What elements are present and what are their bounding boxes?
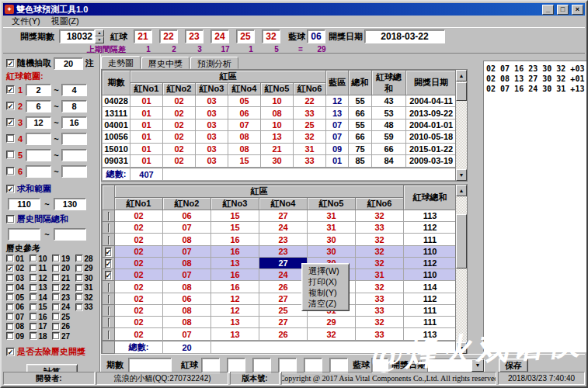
entry-issue-input[interactable]: [128, 358, 172, 372]
red-number-cell[interactable]: 02: [115, 245, 163, 257]
red-number-cell[interactable]: 02: [115, 210, 163, 222]
row-checkbox[interactable]: [108, 307, 110, 316]
red-number-cell[interactable]: 08: [163, 317, 211, 328]
close-button[interactable]: ×: [572, 5, 583, 15]
history-23-checkbox[interactable]: [52, 293, 60, 301]
bottom-table-scrollbar[interactable]: ▲ ▼: [455, 185, 467, 354]
range-6-from-input[interactable]: [26, 165, 51, 178]
history-05-checkbox[interactable]: [6, 293, 14, 301]
history-19-checkbox[interactable]: [52, 255, 60, 262]
red-number-cell[interactable]: 02: [115, 222, 163, 234]
sum-to-input[interactable]: [54, 198, 86, 210]
red-number-cell[interactable]: 07: [163, 245, 211, 257]
red-number-cell[interactable]: 30: [308, 234, 356, 245]
row-checkbox[interactable]: ✓: [105, 248, 113, 257]
history-31-checkbox[interactable]: [75, 284, 83, 292]
scroll-thumb[interactable]: [456, 214, 467, 268]
row-select-cell[interactable]: [103, 234, 115, 245]
red-number-cell[interactable]: 32: [356, 210, 404, 222]
range-1-checkbox[interactable]: ✓: [6, 85, 15, 94]
history-28-checkbox[interactable]: [75, 255, 83, 262]
entry-blue-input[interactable]: [371, 358, 388, 373]
context-menu-item-select[interactable]: 選擇(W): [302, 265, 349, 276]
red-number-cell[interactable]: 08: [163, 304, 211, 316]
scroll-down-icon[interactable]: ▼: [456, 342, 467, 354]
range-5-checkbox[interactable]: [6, 151, 15, 159]
row-checkbox[interactable]: [108, 212, 110, 221]
red-number-cell[interactable]: 27: [259, 317, 308, 328]
history-29-checkbox[interactable]: [75, 265, 83, 272]
red-number-cell[interactable]: 31: [356, 269, 404, 281]
random-pick-checkbox[interactable]: ✓: [6, 59, 15, 68]
history-16-checkbox[interactable]: [30, 313, 37, 320]
history-33-checkbox[interactable]: [75, 303, 83, 311]
scroll-up-icon[interactable]: ▲: [456, 70, 467, 81]
entry-red-ball-input-5[interactable]: [304, 358, 322, 373]
history-09-checkbox[interactable]: [6, 332, 14, 340]
row-select-cell[interactable]: ✓: [103, 257, 115, 268]
red-number-cell[interactable]: 13: [211, 328, 259, 340]
history-01-checkbox[interactable]: [6, 255, 14, 262]
row-select-cell[interactable]: [103, 328, 115, 340]
red-number-cell[interactable]: 29: [308, 317, 356, 328]
row-checkbox[interactable]: ✓: [105, 271, 113, 280]
history-30-checkbox[interactable]: [75, 274, 83, 282]
red-number-cell[interactable]: 27: [259, 210, 308, 222]
history-04-checkbox[interactable]: [6, 284, 14, 292]
spinner-down-icon[interactable]: ▼: [95, 36, 104, 43]
red-number-cell[interactable]: 32: [308, 328, 356, 340]
red-number-cell[interactable]: 27: [259, 293, 308, 304]
history-22-checkbox[interactable]: [52, 284, 60, 292]
range-3-from-input[interactable]: [26, 116, 51, 129]
red-number-cell[interactable]: 15: [211, 222, 259, 234]
red-number-cell[interactable]: 16: [211, 281, 259, 293]
red-number-cell[interactable]: 13: [211, 317, 259, 328]
row-checkbox[interactable]: [108, 236, 110, 245]
sum-range-checkbox[interactable]: ✓: [6, 185, 15, 193]
red-number-cell[interactable]: 02: [115, 293, 163, 304]
history-20-checkbox[interactable]: [52, 265, 60, 272]
top-table-scrollbar[interactable]: ▲ ▼: [455, 70, 467, 181]
spinner-up-icon[interactable]: ▲: [95, 29, 104, 36]
range-1-from-input[interactable]: [26, 84, 51, 96]
history-26-checkbox[interactable]: [52, 323, 60, 331]
red-number-cell[interactable]: 06: [163, 210, 211, 222]
history-17-checkbox[interactable]: [30, 323, 37, 331]
tab-forecast-analysis[interactable]: 預測分析: [190, 57, 238, 69]
red-number-cell[interactable]: 31: [308, 210, 356, 222]
row-select-cell[interactable]: [103, 293, 115, 304]
history-27-checkbox[interactable]: [52, 332, 60, 340]
red-number-cell[interactable]: 15: [211, 210, 259, 222]
red-ball-input-3[interactable]: [185, 29, 204, 43]
red-number-cell[interactable]: 02: [115, 257, 163, 268]
red-ball-input-2[interactable]: [159, 29, 178, 43]
range-6-to-input[interactable]: [61, 165, 87, 178]
entry-date-select[interactable]: ▼: [427, 359, 485, 372]
row-checkbox[interactable]: [108, 331, 110, 340]
calculate-button[interactable]: 計算: [26, 364, 78, 372]
range-2-from-input[interactable]: [26, 100, 51, 113]
red-number-cell[interactable]: 25: [259, 304, 308, 316]
range-2-checkbox[interactable]: ✓: [6, 102, 15, 110]
entry-red-ball-input-1[interactable]: [201, 358, 220, 373]
red-ball-input-6[interactable]: [262, 29, 280, 43]
sum-from-input[interactable]: [8, 198, 40, 210]
range-4-from-input[interactable]: [26, 133, 51, 145]
range-4-checkbox[interactable]: [6, 134, 15, 143]
red-number-cell[interactable]: 12: [211, 293, 259, 304]
red-number-cell[interactable]: 30: [308, 245, 356, 257]
red-number-cell[interactable]: 07: [163, 328, 211, 340]
row-select-cell[interactable]: ✓: [103, 269, 115, 281]
red-number-cell[interactable]: 07: [163, 269, 211, 281]
range-5-to-input[interactable]: [61, 149, 87, 161]
history-02-checkbox[interactable]: ✓: [6, 265, 14, 272]
row-checkbox[interactable]: [108, 223, 110, 233]
context-menu-item-print[interactable]: 打印(X): [302, 276, 349, 287]
red-number-cell[interactable]: 23: [259, 234, 308, 245]
entry-red-ball-input-3[interactable]: [252, 358, 271, 373]
red-number-cell[interactable]: 32: [356, 234, 404, 245]
entry-red-ball-input-4[interactable]: [278, 358, 297, 373]
history-14-checkbox[interactable]: [30, 293, 37, 301]
history-gap-from-input[interactable]: [8, 228, 40, 241]
combo-arrow-icon[interactable]: ▼: [471, 359, 484, 372]
